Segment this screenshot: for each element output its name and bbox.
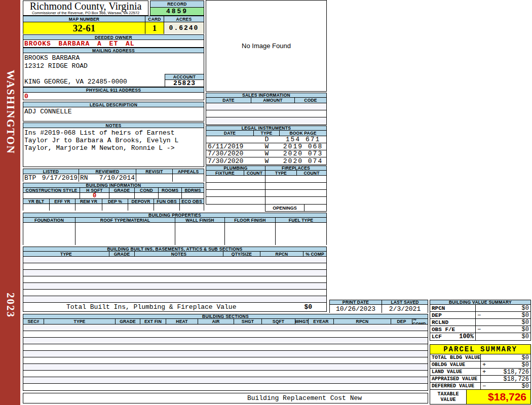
col-header: GRADE bbox=[116, 319, 140, 324]
empty-row bbox=[23, 325, 428, 331]
legal-instruments-title: LEGAL INSTRUMENTS bbox=[206, 126, 327, 131]
legal-description-label: LEGAL DESCRIPTION bbox=[23, 102, 204, 107]
col-header: SEC# bbox=[23, 319, 44, 324]
revisit-label: REVISIT bbox=[136, 169, 173, 174]
col-header: TYPE bbox=[23, 252, 109, 256]
instrument-row: D 154 671 bbox=[206, 136, 326, 143]
parcel-op: − bbox=[482, 383, 486, 389]
instrument-date: 7/30/2020 bbox=[206, 157, 254, 165]
map-card-acres: MAP NUMBER CARD ACRES 32-61 1 0.6240 bbox=[23, 16, 204, 34]
notes-line: Ins #2019-068 List of heirs of Earnest bbox=[24, 129, 204, 137]
fireplaces-title: FIREPLACES bbox=[265, 166, 326, 170]
parcel-summary: PARCEL SUMMARY TOTAL BLDG VALUE $0 OBLDG… bbox=[430, 344, 531, 404]
building-value-summary-title: BUILDING VALUE SUMMARY bbox=[430, 300, 531, 305]
physical-address-value: 0 bbox=[23, 93, 204, 100]
parcel-value-cell: $0 bbox=[481, 354, 530, 361]
building-replacement-label: Building Replacement Cost New bbox=[247, 394, 362, 402]
empty-row bbox=[206, 197, 326, 204]
empty-row bbox=[23, 338, 428, 344]
map-number-label: MAP NUMBER bbox=[23, 16, 145, 22]
parcel-value: $18,726 bbox=[504, 376, 529, 382]
col-header: FUN OBS bbox=[154, 199, 180, 204]
floor-finish-value bbox=[225, 223, 276, 245]
map-number-value: 32-61 bbox=[23, 22, 145, 34]
empty-row bbox=[206, 117, 326, 125]
legal-description-value: ADJ CONNELLE bbox=[23, 107, 204, 122]
col-header: BOOK PAGE bbox=[280, 131, 326, 136]
parcel-row: OBLDG VALUE + $0 bbox=[430, 361, 530, 369]
parcel-value-cell: + $18,726 bbox=[481, 369, 530, 375]
legal-instruments: LEGAL INSTRUMENTS DATE TYPE BOOK PAGE D … bbox=[206, 126, 327, 165]
instrument-type: W bbox=[254, 157, 280, 165]
instrument-row: 7/30/2020 W 2020 073 bbox=[206, 150, 326, 157]
cond-value bbox=[135, 193, 159, 198]
parcel-value: $18,726 bbox=[504, 369, 529, 375]
record-label: RECORD bbox=[150, 1, 204, 8]
col-header: BDRMS bbox=[182, 188, 204, 192]
listed-value: BTP 9/17/2019 bbox=[23, 174, 79, 182]
mailing-line: BROOKS BARBARA bbox=[24, 54, 204, 62]
col-header: EFF YR bbox=[50, 199, 75, 204]
print-date-label: PRINT DATE bbox=[330, 300, 382, 304]
parcel-row: TOTAL BLDG VALUE $0 bbox=[430, 354, 530, 361]
empty-row bbox=[23, 290, 326, 296]
col-header: DATE bbox=[206, 131, 254, 136]
col-header: NOTES bbox=[135, 252, 223, 256]
empty-row bbox=[23, 344, 428, 351]
building-information-title: BUILDING INFORMATION bbox=[23, 183, 204, 188]
fuel-type-value bbox=[276, 223, 326, 245]
building-replacement-row: Building Replacement Cost New bbox=[23, 393, 428, 403]
col-header: RPCN bbox=[260, 252, 303, 256]
rem-yr-value bbox=[75, 204, 102, 211]
col-header: CODE bbox=[295, 98, 326, 103]
plumbing-title: PLUMBING bbox=[206, 166, 265, 170]
instrument-date bbox=[206, 136, 254, 143]
account-box: ACCOUNT 25823 bbox=[165, 74, 204, 87]
parcel-summary-title: PARCEL SUMMARY bbox=[430, 344, 531, 354]
sidebar: WASHINGTON 2023 bbox=[0, 0, 20, 405]
spacer bbox=[206, 205, 265, 212]
parcel-row: DEFERRED VALUE − $0 bbox=[430, 383, 530, 390]
empty-row bbox=[206, 183, 326, 190]
notes-line: Taylor Jr to Barbara A Brooks, Evelyn L bbox=[24, 137, 204, 144]
mailing-address-label: MAILING ADDRESS bbox=[23, 48, 204, 53]
property-record-card: WASHINGTON 2023 Richmond County, Virgini… bbox=[0, 0, 532, 405]
built-ins-total-row: Total Built Ins, Plumbing & Fireplace Va… bbox=[23, 303, 326, 311]
notes-box: Ins #2019-068 List of heirs of Earnest T… bbox=[23, 128, 204, 167]
plumbing-fireplaces: PLUMBING FIREPLACES FIXTURE COUNT TYPE C… bbox=[206, 166, 327, 212]
empty-row bbox=[23, 377, 428, 384]
last-saved-value: 2/3/2021 bbox=[382, 305, 428, 313]
instrument-type: D bbox=[254, 136, 280, 143]
built-ins-title: BUILDING BUILT INS, BASEMENTS, ATTICS & … bbox=[23, 247, 327, 252]
col-header: DEP bbox=[391, 319, 412, 324]
col-header: FUEL TYPE bbox=[276, 218, 326, 222]
photo-placeholder: No Image Found bbox=[206, 0, 327, 92]
roof-value bbox=[75, 223, 175, 245]
empty-row bbox=[206, 103, 326, 110]
page-subtitle: Commissioner of the Revenue, PO Box 366,… bbox=[23, 11, 148, 15]
parcel-label: DEFERRED VALUE bbox=[430, 383, 481, 389]
card-value: 1 bbox=[145, 22, 164, 34]
last-saved-label: LAST SAVED bbox=[382, 300, 428, 304]
built-ins: BUILDING BUILT INS, BASEMENTS, ATTICS & … bbox=[23, 247, 327, 312]
parcel-op: + bbox=[482, 369, 486, 375]
deeded-owner-label: DEEDED OWNER bbox=[23, 34, 204, 40]
instrument-type: W bbox=[254, 143, 280, 150]
listed-by: BTP bbox=[24, 174, 36, 182]
bvs-value: $0 bbox=[522, 305, 529, 311]
parcel-label: OBLDG VALUE bbox=[430, 361, 481, 368]
building-properties: BUILDING PROPERTIES FOUNDATION ROOF TYPE… bbox=[23, 213, 327, 245]
bvs-label: LCF bbox=[432, 334, 442, 340]
empty-row bbox=[23, 384, 428, 390]
parcel-value: $0 bbox=[522, 383, 529, 389]
bvs-label: OBS F/E bbox=[430, 326, 476, 333]
col-header: AMOUNT bbox=[251, 98, 295, 103]
empty-row bbox=[23, 276, 326, 283]
reviewed-value: RN 7/10/2014 bbox=[79, 174, 136, 182]
openings-label: OPENINGS bbox=[265, 205, 305, 211]
col-header: ROOMS bbox=[159, 188, 182, 192]
parcel-label: TOTAL BLDG VALUE bbox=[430, 354, 481, 361]
openings-value bbox=[305, 205, 326, 211]
appeals-value bbox=[173, 174, 204, 182]
col-header: FIXTURE bbox=[206, 171, 244, 175]
